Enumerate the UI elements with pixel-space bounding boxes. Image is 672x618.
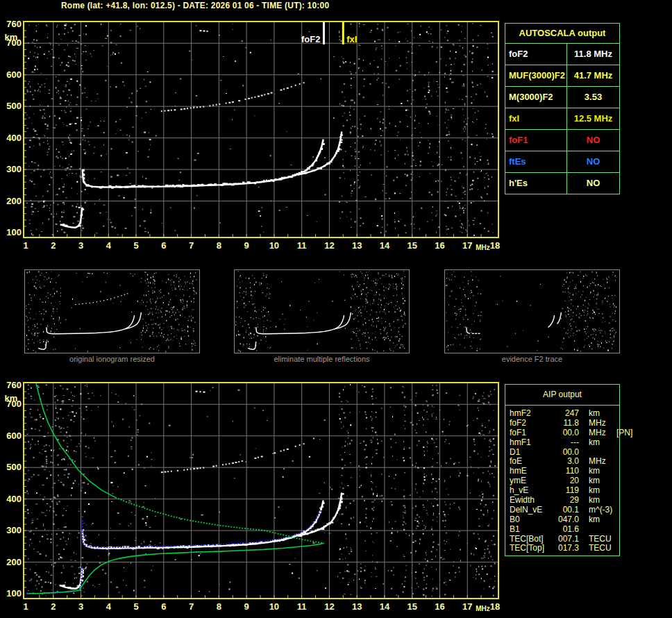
parameter-value: 11.8 MHz [567, 44, 619, 65]
aip-row-delnve: DelN_vE00.1m^(-3) [510, 506, 619, 515]
aip-value: --- [553, 438, 579, 448]
x-tick-label: 6 [155, 601, 173, 612]
aip-extra [616, 419, 619, 428]
aip-label: foE [510, 457, 553, 467]
x-tick-label: 12 [320, 240, 338, 251]
aip-value: 20 [553, 476, 579, 486]
marker-foF2: foF2 [301, 22, 324, 44]
aip-extra [616, 496, 619, 506]
second-hop-echo [161, 443, 305, 473]
x-tick-label: 4 [99, 240, 117, 251]
x-axis-unit: MHz [476, 244, 490, 251]
x-tick-label: 5 [127, 240, 145, 251]
aip-row-ewidth: Ewidth29km [510, 496, 619, 506]
y-tick-label: 100 [1, 588, 22, 599]
aip-label: hmF1 [510, 438, 553, 448]
parameter-value: 12.5 MHz [567, 108, 619, 129]
aip-row-yme: ymE20km [510, 476, 619, 486]
x-tick-label: 3 [72, 240, 90, 251]
aip-value: 00.1 [553, 506, 579, 515]
aip-unit: MHz [589, 457, 616, 467]
aip-extra [616, 476, 619, 486]
x-tick-label: 8 [210, 240, 228, 251]
parameter-name: foF2 [505, 44, 567, 65]
y-tick-label: 760 [1, 19, 22, 29]
autoscala-output-table-header: AUTOSCALA output [505, 24, 619, 44]
aip-extra [616, 409, 619, 419]
autoscala-row-muf3000f2: MUF(3000)F241.7 MHz [505, 65, 619, 87]
x-tick-label: 17 [458, 601, 476, 612]
parameter-name: ftEs [505, 151, 567, 172]
aip-label: foF2 [510, 419, 553, 428]
aip-unit: MHz [589, 428, 616, 438]
marker-fxI: fxI [343, 22, 357, 44]
aip-label: B0 [510, 515, 553, 525]
parameter-name: foF1 [505, 130, 567, 151]
grid [24, 22, 498, 237]
y-axis-unit: km [1, 32, 21, 42]
aip-unit: km [589, 438, 616, 448]
aip-label: B1 [510, 525, 553, 535]
autoscala-row-fof1: foF1NO [505, 130, 619, 151]
parameter-name: h'Es [505, 173, 567, 194]
aip-label: hmE [510, 467, 553, 476]
thumbnail-caption: evidence F2 trace [444, 355, 620, 363]
y-tick-label: 760 [1, 380, 22, 390]
x-tick-label: 13 [348, 240, 366, 251]
aip-output-table-header: AIP output [505, 385, 619, 406]
station-date-header: Rome (lat: +41.8, lon: 012.5) - DATE: 20… [61, 1, 329, 10]
autoscala-window: Rome (lat: +41.8, lon: 012.5) - DATE: 20… [0, 0, 672, 618]
svg-text:fxI: fxI [346, 34, 357, 44]
x-tick-label: 3 [72, 601, 90, 612]
y-tick-label: 400 [1, 494, 22, 504]
aip-output-table: AIP output hmF2247kmfoF211.8MHzfoF100.0M… [505, 384, 620, 556]
aip-label: TEC[Top] [510, 544, 553, 553]
aip-unit: km [589, 467, 616, 476]
third-hop-fragments [200, 30, 208, 32]
parameter-value: 41.7 MHz [567, 65, 619, 86]
parameter-value: NO [567, 151, 619, 172]
x-tick-label: 10 [265, 240, 283, 251]
parameter-name: fxI [505, 108, 567, 129]
aip-row-hve: h_vE119km [510, 486, 619, 496]
x-tick-label: 13 [348, 601, 366, 612]
aip-unit: km [589, 486, 616, 496]
x-tick-label: 17 [458, 240, 476, 251]
aip-value: 3.0 [553, 457, 579, 467]
profile-bottomside [27, 543, 324, 594]
autoscala-output-table-body: foF211.8 MHzMUF(3000)F241.7 MHzM(3000)F2… [505, 44, 619, 194]
aip-value: 017.3 [553, 544, 579, 553]
aip-value: 01.6 [553, 525, 579, 535]
parameter-value: NO [567, 130, 619, 151]
y-axis-unit: km [1, 393, 21, 403]
parameter-name: M(3000)F2 [505, 87, 567, 108]
x-tick-label: 14 [376, 601, 394, 612]
thumbnail-eliminate-reflections [234, 269, 410, 353]
autoscala-output-table: AUTOSCALA output foF211.8 MHzMUF(3000)F2… [505, 23, 620, 194]
y-tick-label: 300 [1, 525, 22, 535]
aip-row-tecbot: TEC[Bot]007.1TECU [510, 535, 619, 544]
aip-row-hme: hmE110km [510, 467, 619, 476]
x-tick-label: 10 [265, 601, 283, 612]
autoscala-row-fof2: foF211.8 MHz [505, 44, 619, 65]
x-tick-label: 4 [99, 601, 117, 612]
x-tick-label: 15 [403, 240, 421, 251]
aip-row-tectop: TEC[Top]017.3TECU [510, 544, 619, 553]
aip-output-table-body: hmF2247kmfoF211.8MHzfoF100.0MHz[PN]hmF1-… [505, 406, 619, 553]
x-tick-label: 8 [210, 601, 228, 612]
autoscala-row-hes: h'EsNO [505, 173, 619, 194]
x-tick-label: 2 [44, 601, 62, 612]
aip-row-fof1: foF100.0MHz[PN] [510, 428, 619, 438]
third-hop-fragments [196, 391, 205, 393]
second-hop-echo [161, 82, 305, 112]
aip-row-hmf1: hmF1---km [510, 438, 619, 448]
y-tick-label: 600 [1, 431, 22, 441]
parameter-name: MUF(3000)F2 [505, 65, 567, 86]
x-tick-label: 14 [376, 240, 394, 251]
aip-label: h_vE [510, 486, 553, 496]
aip-row-b0: B0047.0km [510, 515, 619, 525]
y-tick-label: 100 [1, 227, 22, 237]
y-tick-label: 200 [1, 196, 22, 206]
aip-extra [616, 535, 619, 544]
aip-value: 00.0 [553, 428, 579, 438]
